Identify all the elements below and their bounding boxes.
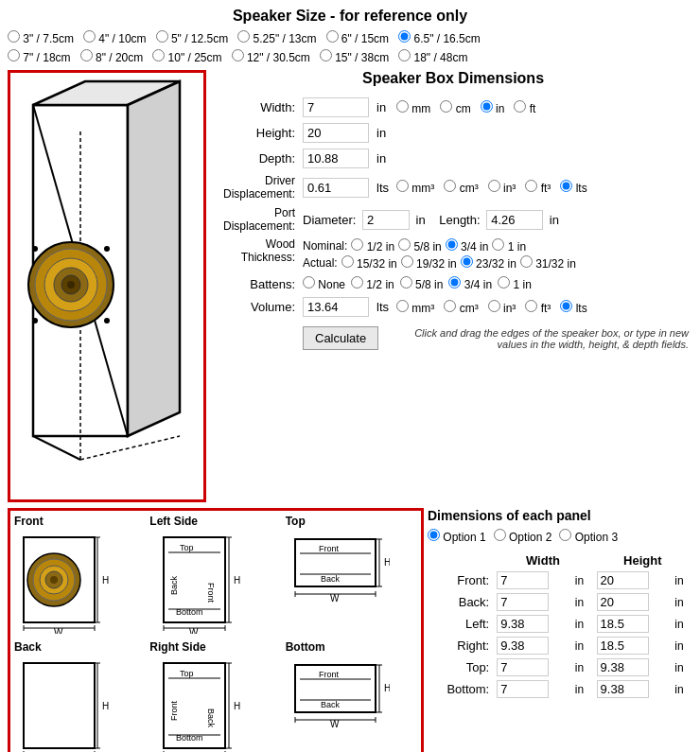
speaker-size-row1: 3" / 7.5cm 4" / 10cm 5" / 12.5cm 5.25" /… xyxy=(8,30,692,45)
port-length-input[interactable] xyxy=(486,210,543,230)
svg-text:Back: Back xyxy=(321,574,341,584)
calculate-button[interactable]: Calculate xyxy=(303,326,378,350)
port-diameter-input[interactable] xyxy=(362,210,410,230)
svg-text:Top: Top xyxy=(180,543,194,552)
svg-text:Back: Back xyxy=(169,575,179,595)
driver-unit-lts[interactable]: lts xyxy=(560,180,586,195)
option2-radio[interactable]: Option 2 xyxy=(494,529,552,544)
panel-height-input-2[interactable] xyxy=(597,615,649,633)
top-panel-svg: Front Back H W xyxy=(286,530,390,605)
option1-radio[interactable]: Option 1 xyxy=(428,529,486,544)
right-side-panel-svg: Top Bottom Front Back H xyxy=(149,656,244,752)
act-15/32[interactable]: 15/32 in xyxy=(341,255,397,271)
back-panel-svg: H W xyxy=(14,656,109,752)
panel-width-input-5[interactable] xyxy=(497,680,549,698)
vol-unit-ft3[interactable]: ft³ xyxy=(525,300,551,315)
back-panel-diagram: Back H W xyxy=(14,640,146,752)
svg-text:H: H xyxy=(234,701,240,711)
bat-half[interactable]: 1/2 in xyxy=(351,276,394,291)
volume-input[interactable] xyxy=(303,297,369,317)
nom-3/4[interactable]: 3/4 in xyxy=(446,238,489,254)
size-3[interactable]: 3" / 7.5cm xyxy=(8,30,74,45)
height-input[interactable] xyxy=(303,123,369,143)
unit-in[interactable]: in xyxy=(481,100,505,115)
panel-dims-row: Front: in in xyxy=(428,569,692,591)
bat-5/8[interactable]: 5/8 in xyxy=(400,276,444,291)
panel-dims-row: Right: in in xyxy=(428,635,692,656)
size-7[interactable]: 7" / 18cm xyxy=(8,49,71,64)
size-10[interactable]: 10" / 25cm xyxy=(152,49,221,64)
driver-unit-ft3[interactable]: ft³ xyxy=(525,180,551,195)
nom-half[interactable]: 1/2 in xyxy=(351,238,394,254)
act-19/32[interactable]: 19/32 in xyxy=(401,255,457,271)
diameter-label: Diameter: xyxy=(303,213,356,227)
panels-grid: Front H xyxy=(14,515,417,752)
driver-unit-in3[interactable]: in³ xyxy=(488,180,516,195)
panel-dims-header: Width Height xyxy=(428,551,692,569)
size-65[interactable]: 6.5" / 16.5cm xyxy=(398,30,481,45)
driver-displacement-label: DriverDisplacement: xyxy=(214,171,299,203)
size-525[interactable]: 5.25" / 13cm xyxy=(237,30,316,45)
length-label: Length: xyxy=(439,213,480,227)
box-dimensions-title: Speaker Box Dimensions xyxy=(214,70,692,87)
act-23/32[interactable]: 23/32 in xyxy=(461,255,516,271)
size-6[interactable]: 6" / 15cm xyxy=(326,30,390,45)
size-4[interactable]: 4" / 10cm xyxy=(83,30,147,45)
nom-5/8[interactable]: 5/8 in xyxy=(398,238,442,254)
driver-unit-mm3[interactable]: mm³ xyxy=(396,180,434,195)
left-side-panel-diagram: Left Side Top Bottom Back Front xyxy=(149,515,281,637)
panel-row-label-3: Right: xyxy=(428,635,493,656)
panel-height-input-4[interactable] xyxy=(597,658,649,676)
nom-1[interactable]: 1 in xyxy=(492,238,526,254)
driver-unit-cm3[interactable]: cm³ xyxy=(444,180,478,195)
volume-unit-radios: mm³ cm³ in³ ft³ lts xyxy=(396,300,689,315)
svg-text:H: H xyxy=(102,575,109,586)
unit-ft[interactable]: ft xyxy=(514,100,535,115)
battens-label: Battens: xyxy=(214,273,299,294)
panel-height-input-0[interactable] xyxy=(597,571,649,589)
depth-row: Depth: in xyxy=(214,146,692,171)
bottom-panel-svg: Front Back H W xyxy=(286,656,390,731)
depth-unit: in xyxy=(373,146,393,171)
panel-height-input-1[interactable] xyxy=(597,593,649,611)
svg-point-16 xyxy=(104,318,110,324)
page-title: Speaker Size - for reference only xyxy=(8,8,692,25)
panel-width-input-2[interactable] xyxy=(497,615,549,633)
svg-point-14 xyxy=(104,246,110,252)
top-panel-diagram: Top Front Back H xyxy=(286,515,417,637)
width-input[interactable] xyxy=(303,97,369,117)
panel-width-input-3[interactable] xyxy=(497,637,549,655)
size-5[interactable]: 5" / 12.5cm xyxy=(156,30,229,45)
bat-none[interactable]: None xyxy=(303,276,345,291)
panel-width-input-1[interactable] xyxy=(497,593,549,611)
dimensions-panel-title: Dimensions of each panel xyxy=(428,508,692,523)
dimensions-panel: Dimensions of each panel Option 1 Option… xyxy=(428,508,692,752)
panel-height-input-3[interactable] xyxy=(597,637,649,655)
depth-input[interactable] xyxy=(303,149,369,168)
svg-text:W: W xyxy=(54,627,63,634)
option3-radio[interactable]: Option 3 xyxy=(559,529,618,544)
front-panel-diagram: Front H xyxy=(14,515,146,637)
vol-unit-in3[interactable]: in³ xyxy=(488,300,516,315)
size-8[interactable]: 8" / 20cm xyxy=(80,49,144,64)
size-12[interactable]: 12" / 30.5cm xyxy=(232,49,310,64)
bat-3/4[interactable]: 3/4 in xyxy=(448,276,492,291)
svg-point-15 xyxy=(32,318,38,324)
vol-unit-lts[interactable]: lts xyxy=(560,300,586,315)
size-18[interactable]: 18" / 48cm xyxy=(398,49,467,64)
vol-unit-mm3[interactable]: mm³ xyxy=(396,300,434,315)
bat-1[interactable]: 1 in xyxy=(498,276,532,291)
act-31/32[interactable]: 31/32 in xyxy=(520,255,576,271)
panel-dims-table: Width Height Front: in in Back: in in Le… xyxy=(428,551,692,700)
port-displacement-row: PortDisplacement: Diameter: in Length: i… xyxy=(214,203,692,236)
panel-dims-row: Bottom: in in xyxy=(428,678,692,700)
driver-displacement-input[interactable] xyxy=(303,178,369,198)
panel-height-input-5[interactable] xyxy=(597,680,649,698)
unit-mm[interactable]: mm xyxy=(396,100,430,115)
size-15[interactable]: 15" / 38cm xyxy=(320,49,389,64)
vol-unit-cm3[interactable]: cm³ xyxy=(444,300,478,315)
bottom-panel-label: Bottom xyxy=(286,640,417,654)
panel-width-input-0[interactable] xyxy=(497,571,549,589)
unit-cm[interactable]: cm xyxy=(440,100,470,115)
panel-width-input-4[interactable] xyxy=(497,658,549,676)
